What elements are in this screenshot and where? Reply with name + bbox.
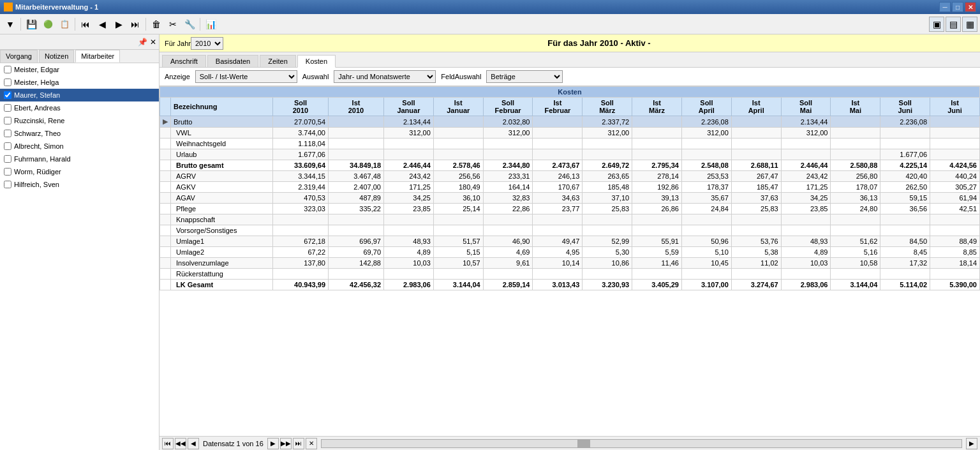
nav-next-next-btn[interactable]: ▶▶ (280, 438, 292, 449)
toolbar-back[interactable]: ◀ (94, 17, 110, 32)
employee-checkbox[interactable] (4, 168, 11, 176)
cell-solljan (384, 214, 434, 225)
status-bar: ⏮ ◀◀ ◀ Datensatz 1 von 16 ▶ ▶▶ ⏭ ✕ ▶ (160, 436, 980, 450)
cell-istjuni (930, 139, 980, 149)
cell-istmai: 3.144,04 (831, 280, 880, 290)
nav-next-btn[interactable]: ▶ (267, 438, 279, 449)
tab-kosten[interactable]: Kosten (297, 55, 336, 68)
cell-istmaerz (632, 269, 682, 280)
col-soll2010: Soll2010 (273, 98, 329, 116)
cell-istmaerz: 3.405,29 (632, 280, 682, 290)
nav-prev-prev-btn[interactable]: ◀◀ (175, 438, 186, 449)
sidebar-item-employee[interactable]: Hilfreich, Sven (0, 178, 159, 191)
sidebar-item-employee[interactable]: Meister, Helga (0, 76, 159, 89)
toolbar-green[interactable]: 🟢 (40, 17, 56, 32)
employee-checkbox[interactable] (4, 66, 11, 73)
sidebar-close-icon[interactable]: ✕ (150, 38, 156, 47)
cell-istmaerz (632, 116, 682, 128)
cell-istfeb: 10,14 (533, 258, 583, 269)
sidebar-tabs: Vorgang Notizen Mitarbeiter (0, 50, 159, 63)
toolbar-dropdown[interactable]: ▼ (3, 17, 18, 32)
employee-checkbox[interactable] (4, 117, 11, 124)
cell-istmaerz: 192,86 (632, 182, 682, 193)
cell-soll2010: 137,80 (273, 258, 329, 269)
employee-checkbox[interactable] (4, 79, 11, 86)
year-select[interactable]: 2010 (191, 37, 223, 50)
row-bezeichnung: AGAV (171, 193, 273, 204)
cell-istapril (731, 225, 781, 236)
maximize-button[interactable]: □ (952, 2, 963, 12)
employee-checkbox[interactable] (4, 104, 11, 112)
scroll-right-btn[interactable]: ▶ (966, 438, 977, 449)
toolbar-last[interactable]: ⏭ (128, 17, 143, 32)
cell-istjan: 36,10 (433, 193, 483, 204)
sidebar-item-employee[interactable]: Maurer, Stefan (0, 89, 159, 101)
sidebar-item-employee[interactable]: Worm, Rüdiger (0, 165, 159, 178)
cell-sollfeb (483, 225, 533, 236)
row-arrow (160, 236, 171, 247)
tab-vorgang[interactable]: Vorgang (0, 50, 38, 63)
cell-sollmaerz (583, 149, 632, 160)
pin-icon[interactable]: 📌 (138, 38, 147, 47)
app-icon (4, 3, 13, 11)
cell-sollmai: 2.983,06 (781, 280, 831, 290)
nav-cancel-btn[interactable]: ✕ (306, 438, 317, 449)
cell-ist2010: 34.849,18 (329, 160, 384, 171)
nav-first-btn[interactable]: ⏮ (162, 438, 174, 449)
tab-basisdaten[interactable]: Basisdaten (207, 55, 258, 67)
toolbar-chart[interactable]: 📊 (203, 17, 218, 32)
cell-sollfeb: 46,90 (483, 236, 533, 247)
horizontal-scrollbar[interactable] (321, 439, 962, 448)
row-bezeichnung: Weihnachtsgeld (171, 139, 273, 149)
tab-zeiten[interactable]: Zeiten (260, 55, 296, 67)
employee-checkbox[interactable] (4, 181, 11, 188)
window-view-2[interactable]: ▤ (946, 17, 961, 32)
cell-sollapril (681, 139, 731, 149)
nav-prev-btn[interactable]: ◀ (188, 438, 199, 449)
cell-ist2010: 142,88 (329, 258, 384, 269)
cell-istapril (731, 214, 781, 225)
sidebar-item-employee[interactable]: Meister, Edgar (0, 63, 159, 76)
row-bezeichnung: Umlage1 (171, 236, 273, 247)
cell-sollapril (681, 269, 731, 280)
cell-ist2010: 696,97 (329, 236, 384, 247)
cell-istjan (433, 116, 483, 128)
sidebar-item-employee[interactable]: Schwarz, Theo (0, 127, 159, 140)
sidebar-item-employee[interactable]: Fuhrmann, Harald (0, 153, 159, 165)
col-istapril: IstApril (731, 98, 781, 116)
row-arrow[interactable]: ▶ (160, 116, 171, 128)
sidebar-item-employee[interactable]: Ebert, Andreas (0, 101, 159, 114)
row-bezeichnung: Umlage2 (171, 247, 273, 258)
feldauswahl-select[interactable]: Beträge (486, 70, 563, 83)
tab-mitarbeiter[interactable]: Mitarbeiter (75, 50, 120, 63)
cell-istapril: 267,47 (731, 171, 781, 182)
toolbar-delete[interactable]: 🗑 (149, 17, 164, 32)
nav-last-btn[interactable]: ⏭ (293, 438, 304, 449)
auswahl-select[interactable]: Jahr- und Monatswerte (334, 70, 436, 83)
employee-checkbox[interactable] (4, 91, 11, 99)
tab-anschrift[interactable]: Anschrift (162, 55, 206, 67)
toolbar-cut[interactable]: ✂ (165, 17, 181, 32)
close-button[interactable]: ✕ (965, 2, 976, 12)
cell-istapril: 37,63 (731, 193, 781, 204)
employee-checkbox[interactable] (4, 155, 11, 163)
toolbar-forward[interactable]: ▶ (111, 17, 126, 32)
window-view-1[interactable]: ▣ (929, 17, 944, 32)
cell-sollapril (681, 214, 731, 225)
employee-checkbox[interactable] (4, 130, 11, 137)
toolbar-first[interactable]: ⏮ (78, 17, 93, 32)
sidebar-item-employee[interactable]: Ruzcinski, Rene (0, 114, 159, 127)
toolbar-save[interactable]: 💾 (24, 17, 39, 32)
col-istjuni: IstJuni (930, 98, 980, 116)
window-view-3[interactable]: ▦ (962, 17, 977, 32)
employee-checkbox[interactable] (4, 142, 11, 150)
anzeige-select[interactable]: Soll- / Ist-Werte (195, 70, 297, 83)
tab-notizen[interactable]: Notizen (39, 50, 74, 63)
toolbar-settings[interactable]: 🔧 (182, 17, 197, 32)
toolbar: ▼ 💾 🟢 📋 ⏮ ◀ ▶ ⏭ 🗑 ✂ 🔧 📊 ▣ ▤ ▦ (0, 14, 980, 34)
row-arrow (160, 128, 171, 139)
sidebar-item-employee[interactable]: Albrecht, Simon (0, 140, 159, 153)
cell-ist2010: 42.456,32 (329, 280, 384, 290)
minimize-button[interactable]: ─ (939, 2, 951, 12)
toolbar-copy[interactable]: 📋 (57, 17, 72, 32)
